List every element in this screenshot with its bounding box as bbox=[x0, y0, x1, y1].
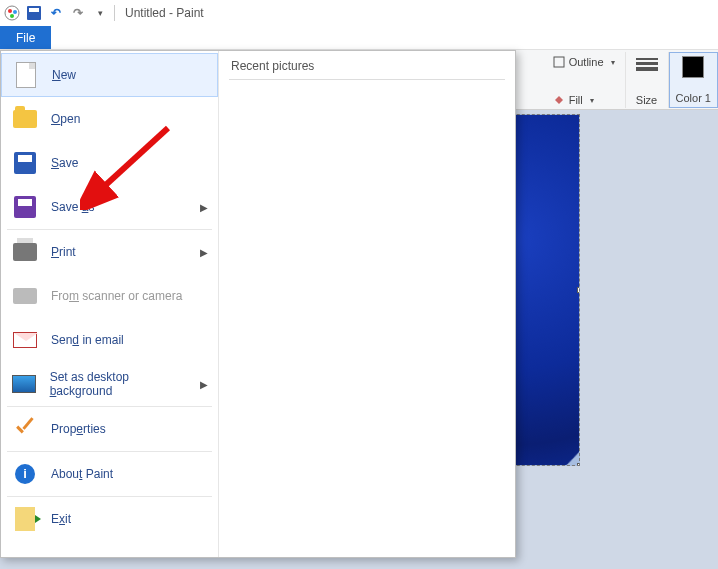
quick-access-toolbar: ↶ ↷ ▾ bbox=[4, 5, 108, 21]
qat-save-icon[interactable] bbox=[26, 5, 42, 21]
menu-properties[interactable]: Properties bbox=[1, 407, 218, 451]
menu-open[interactable]: Open bbox=[1, 97, 218, 141]
menu-save-as[interactable]: Save as ▶ bbox=[1, 185, 218, 229]
properties-icon bbox=[11, 415, 39, 443]
submenu-arrow-icon: ▶ bbox=[200, 202, 208, 213]
qat-undo-icon[interactable]: ↶ bbox=[48, 5, 64, 21]
menu-print[interactable]: Print ▶ bbox=[1, 230, 218, 274]
resize-handle-corner[interactable] bbox=[577, 463, 580, 466]
menu-from-scanner-label: From scanner or camera bbox=[51, 289, 182, 303]
title-bar: ↶ ↷ ▾ Untitled - Paint bbox=[0, 0, 718, 26]
menu-exit-label: Exit bbox=[51, 512, 71, 526]
ribbon-color1-group[interactable]: Color 1 bbox=[669, 52, 718, 108]
menu-new[interactable]: New bbox=[1, 53, 218, 97]
menu-properties-label: Properties bbox=[51, 422, 106, 436]
qat-customize-dropdown[interactable]: ▾ bbox=[92, 5, 108, 21]
menu-about-label: About Paint bbox=[51, 467, 113, 481]
submenu-arrow-icon: ▶ bbox=[200, 247, 208, 258]
save-icon bbox=[11, 149, 39, 177]
app-icon bbox=[4, 5, 20, 21]
new-icon bbox=[12, 61, 40, 89]
save-as-icon bbox=[11, 193, 39, 221]
menu-print-label: Print bbox=[51, 245, 76, 259]
svg-rect-4 bbox=[554, 57, 564, 67]
info-icon: i bbox=[11, 460, 39, 488]
open-icon bbox=[11, 105, 39, 133]
exit-icon bbox=[11, 505, 39, 533]
menu-set-desktop-background[interactable]: Set as desktop background ▶ bbox=[1, 362, 218, 406]
file-tab[interactable]: File bbox=[0, 26, 51, 49]
menu-about[interactable]: i About Paint bbox=[1, 452, 218, 496]
menu-save[interactable]: Save bbox=[1, 141, 218, 185]
menu-set-desktop-label: Set as desktop background bbox=[50, 370, 188, 398]
print-icon bbox=[11, 238, 39, 266]
submenu-arrow-icon: ▶ bbox=[200, 379, 208, 390]
email-icon bbox=[11, 326, 39, 354]
titlebar-separator bbox=[114, 5, 115, 21]
menu-new-label: New bbox=[52, 68, 76, 82]
window-title: Untitled - Paint bbox=[125, 6, 204, 20]
desktop-icon bbox=[11, 370, 38, 398]
menu-send-email-label: Send in email bbox=[51, 333, 124, 347]
svg-point-3 bbox=[10, 14, 14, 18]
color1-swatch bbox=[682, 56, 704, 78]
scanner-icon bbox=[11, 282, 39, 310]
color1-label: Color 1 bbox=[676, 92, 711, 104]
menu-save-as-label: Save as bbox=[51, 200, 94, 214]
size-label: Size bbox=[636, 94, 657, 106]
ribbon-tab-row: File bbox=[0, 26, 718, 50]
menu-from-scanner: From scanner or camera bbox=[1, 274, 218, 318]
menu-exit[interactable]: Exit bbox=[1, 497, 218, 541]
ribbon-size-group[interactable]: Size bbox=[626, 52, 669, 108]
file-menu-list: New Open Save Save as ▶ Print ▶ From sca… bbox=[1, 51, 219, 557]
resize-handle-right[interactable] bbox=[577, 287, 580, 293]
menu-send-email[interactable]: Send in email bbox=[1, 318, 218, 362]
file-menu: New Open Save Save as ▶ Print ▶ From sca… bbox=[0, 50, 516, 558]
recent-pictures-header: Recent pictures bbox=[229, 57, 505, 80]
fill-dropdown[interactable]: Fill bbox=[553, 94, 594, 106]
outline-dropdown[interactable]: Outline bbox=[553, 56, 615, 68]
file-menu-recent-panel: Recent pictures bbox=[219, 51, 515, 557]
svg-point-1 bbox=[8, 9, 12, 13]
menu-open-label: Open bbox=[51, 112, 80, 126]
fill-icon bbox=[553, 94, 565, 106]
size-icon bbox=[636, 56, 658, 73]
qat-redo-icon[interactable]: ↷ bbox=[70, 5, 86, 21]
menu-save-label: Save bbox=[51, 156, 78, 170]
outline-icon bbox=[553, 56, 565, 68]
svg-point-2 bbox=[13, 10, 17, 14]
ribbon-shape-style-group: Outline Fill bbox=[543, 52, 626, 108]
